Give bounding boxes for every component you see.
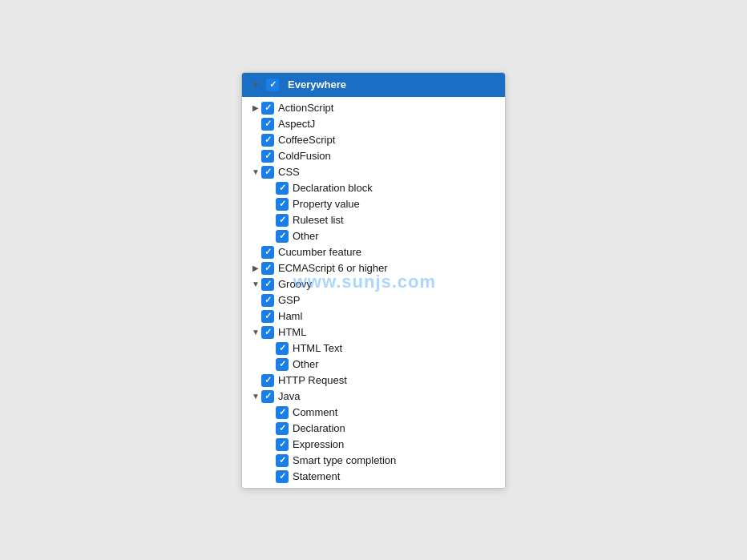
item-label: ECMAScript 6 or higher	[278, 262, 388, 274]
item-checkbox[interactable]	[261, 150, 274, 163]
tree-item[interactable]: ▶ECMAScript 6 or higher	[242, 260, 505, 276]
item-label: ActionScript	[278, 102, 333, 114]
tree-item[interactable]: Statement	[242, 469, 505, 485]
item-checkbox[interactable]	[276, 470, 289, 483]
item-label: GSP	[278, 294, 300, 306]
tree-item[interactable]: Comment	[242, 405, 505, 421]
tree-item[interactable]: Ruleset list	[242, 212, 505, 228]
item-checkbox[interactable]	[261, 374, 274, 387]
tree-item[interactable]: Haml	[242, 308, 505, 324]
item-arrow[interactable]: ▼	[250, 391, 261, 402]
tree-panel: ▼ Everywhere ▶ActionScriptAspectJCoffeeS…	[241, 72, 506, 489]
item-label: Property value	[293, 198, 360, 210]
tree-item[interactable]: ▼Groovy	[242, 276, 505, 292]
item-checkbox[interactable]	[261, 246, 274, 259]
tree-item[interactable]: Smart type completion	[242, 453, 505, 469]
tree-item[interactable]: Other	[242, 228, 505, 244]
tree-item[interactable]: CoffeeScript	[242, 132, 505, 148]
item-label: Statement	[293, 470, 340, 482]
item-label: HTML	[278, 326, 306, 338]
item-checkbox[interactable]	[261, 326, 274, 339]
item-arrow[interactable]: ▼	[250, 279, 261, 290]
item-label: Ruleset list	[293, 214, 344, 226]
item-label: HTTP Request	[278, 374, 347, 386]
item-label: Comment	[293, 406, 337, 418]
item-label: Other	[293, 358, 319, 370]
tree-item[interactable]: HTTP Request	[242, 373, 505, 389]
item-checkbox[interactable]	[261, 310, 274, 323]
item-label: HTML Text	[293, 342, 342, 354]
item-checkbox[interactable]	[276, 438, 289, 451]
item-label: Expression	[293, 438, 344, 450]
item-arrow[interactable]: ▶	[250, 103, 261, 114]
tree-item[interactable]: GSP	[242, 292, 505, 308]
item-checkbox[interactable]	[261, 102, 274, 115]
item-checkbox[interactable]	[261, 278, 274, 291]
item-label: Groovy	[278, 278, 312, 290]
header-checkbox[interactable]	[266, 79, 279, 91]
item-label: Java	[278, 390, 300, 402]
item-arrow[interactable]: ▼	[250, 327, 261, 338]
item-checkbox[interactable]	[276, 406, 289, 419]
item-checkbox[interactable]	[276, 214, 289, 227]
item-label: Smart type completion	[293, 454, 396, 466]
item-label: Haml	[278, 310, 302, 322]
tree-item[interactable]: Declaration block	[242, 180, 505, 196]
tree-item[interactable]: ▼HTML	[242, 324, 505, 340]
item-checkbox[interactable]	[261, 166, 274, 179]
header-label: Everywhere	[288, 79, 346, 91]
item-label: Declaration block	[293, 182, 373, 194]
tree-item[interactable]: ▼CSS	[242, 164, 505, 180]
tree-item[interactable]: Declaration	[242, 421, 505, 437]
item-checkbox[interactable]	[261, 118, 274, 131]
tree-item[interactable]: ▼Java	[242, 389, 505, 405]
tree-item[interactable]: Other	[242, 357, 505, 373]
item-checkbox[interactable]	[276, 422, 289, 435]
tree-item[interactable]: Expression	[242, 437, 505, 453]
tree-item[interactable]: ▶ActionScript	[242, 100, 505, 116]
item-label: CSS	[278, 166, 300, 178]
item-checkbox[interactable]	[261, 262, 274, 275]
tree-item[interactable]: Cucumber feature	[242, 244, 505, 260]
item-label: AspectJ	[278, 118, 315, 130]
item-checkbox[interactable]	[261, 390, 274, 403]
item-checkbox[interactable]	[276, 198, 289, 211]
item-label: Other	[293, 230, 319, 242]
tree-body: ▶ActionScriptAspectJCoffeeScriptColdFusi…	[242, 97, 505, 488]
item-checkbox[interactable]	[276, 358, 289, 371]
item-label: CoffeeScript	[278, 134, 335, 146]
item-checkbox[interactable]	[276, 182, 289, 195]
tree-item[interactable]: HTML Text	[242, 340, 505, 357]
item-label: Declaration	[293, 422, 345, 434]
tree-item[interactable]: AspectJ	[242, 116, 505, 132]
item-label: Cucumber feature	[278, 246, 361, 258]
item-checkbox[interactable]	[276, 454, 289, 467]
tree-item[interactable]: Property value	[242, 196, 505, 212]
tree-header[interactable]: ▼ Everywhere	[242, 73, 505, 97]
item-checkbox[interactable]	[261, 134, 274, 147]
item-arrow[interactable]: ▼	[250, 167, 261, 178]
item-checkbox[interactable]	[261, 294, 274, 307]
header-arrow[interactable]: ▼	[250, 79, 261, 91]
item-arrow[interactable]: ▶	[250, 263, 261, 274]
item-checkbox[interactable]	[276, 230, 289, 243]
tree-item[interactable]: ColdFusion	[242, 148, 505, 164]
item-label: ColdFusion	[278, 150, 331, 162]
item-checkbox[interactable]	[276, 342, 289, 355]
